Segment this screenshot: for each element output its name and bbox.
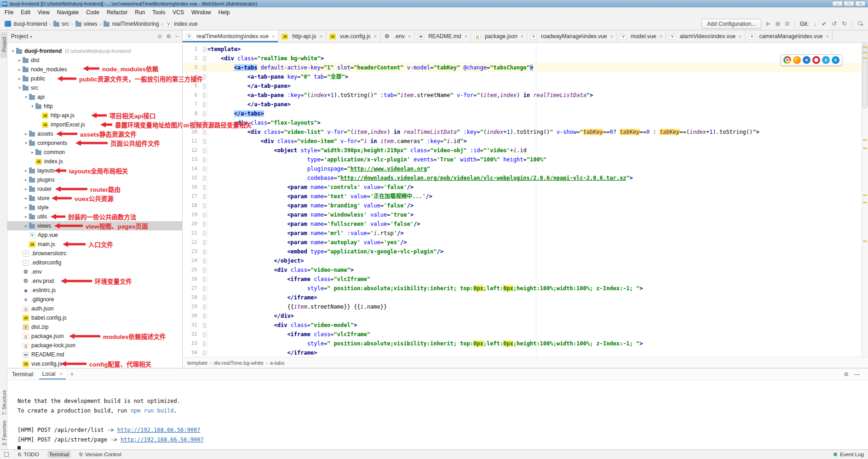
tree-item-plugins[interactable]: plugins bbox=[7, 175, 182, 184]
chevron-right-icon[interactable] bbox=[23, 196, 29, 201]
menu-item-vcs[interactable]: VCS bbox=[169, 8, 188, 17]
chevron-right-icon[interactable] bbox=[17, 67, 23, 72]
menu-item-edit[interactable]: Edit bbox=[17, 8, 34, 17]
close-icon[interactable] bbox=[374, 34, 377, 39]
tool-button-project[interactable]: Project bbox=[1, 37, 7, 52]
firefox-browser-icon[interactable] bbox=[793, 56, 801, 64]
editor-tab-model.vue[interactable]: Vmodel.vue bbox=[617, 30, 666, 42]
breadcrumb-item-index-vue[interactable]: Vindex.vue bbox=[165, 21, 197, 27]
chevron-right-icon[interactable] bbox=[23, 168, 29, 173]
editor-breadcrumb-item[interactable]: template bbox=[187, 360, 207, 366]
editor-tab-package.json[interactable]: {}package.json bbox=[471, 30, 527, 42]
tree-item-App.vue[interactable]: VApp.vue bbox=[7, 230, 182, 240]
scrollbar-thumb[interactable] bbox=[862, 44, 868, 108]
terminal-tab-local[interactable]: Local bbox=[39, 369, 66, 379]
minimize-button[interactable]: – bbox=[832, 1, 843, 6]
breadcrumb-item-src[interactable]: src bbox=[53, 21, 69, 27]
ie-browser-icon[interactable]: e bbox=[822, 56, 830, 64]
menu-item-refactor[interactable]: Refactor bbox=[103, 8, 131, 17]
code-area[interactable]: 1<template>2 <div class="realTime bg-whi… bbox=[183, 43, 862, 357]
chevron-right-icon[interactable] bbox=[17, 58, 23, 63]
tree-item-http-api.js[interactable]: JShttp-api.js bbox=[7, 111, 182, 120]
run-icon[interactable] bbox=[766, 22, 770, 26]
tree-item-store[interactable]: store bbox=[7, 194, 182, 203]
menu-item-code[interactable]: Code bbox=[82, 8, 103, 17]
terminal-output[interactable]: Note that the development build is not o… bbox=[7, 380, 868, 449]
hide-panel-icon[interactable] bbox=[854, 371, 860, 378]
close-icon[interactable] bbox=[464, 34, 467, 39]
add-configuration-button[interactable]: Add Configuration... bbox=[701, 19, 761, 29]
gear-icon[interactable] bbox=[844, 371, 849, 378]
status-item-todo[interactable]: 6: TODO bbox=[16, 451, 41, 458]
gear-icon[interactable] bbox=[166, 33, 171, 40]
chevron-down-icon[interactable] bbox=[23, 141, 29, 145]
menu-item-file[interactable]: File bbox=[1, 8, 17, 17]
chevron-right-icon[interactable] bbox=[23, 178, 29, 182]
tree-item-.gitignore[interactable]: ◆.gitignore bbox=[7, 295, 182, 304]
editor-tab-README.md[interactable]: MREADME.md bbox=[414, 30, 471, 42]
tree-item-node-modules[interactable]: node_modules bbox=[7, 65, 182, 74]
close-icon[interactable] bbox=[826, 34, 828, 39]
opera-browser-icon[interactable] bbox=[812, 56, 820, 64]
chevron-right-icon[interactable] bbox=[23, 187, 29, 191]
chevron-down-icon[interactable] bbox=[17, 86, 23, 90]
tree-item-main.js[interactable]: JSmain.js bbox=[7, 240, 182, 249]
breadcrumb-item-views[interactable]: views bbox=[75, 21, 98, 27]
edge-browser-icon[interactable]: e bbox=[832, 56, 839, 64]
tree-item-duoji-frontend[interactable]: duoji-frontendD:\zheheWeb\duoji-frontend bbox=[7, 46, 182, 56]
menu-item-view[interactable]: View bbox=[34, 8, 53, 17]
close-icon[interactable] bbox=[59, 371, 62, 377]
new-terminal-icon[interactable] bbox=[70, 371, 74, 378]
close-icon[interactable] bbox=[739, 34, 742, 39]
tree-item-babel.config.js[interactable]: JSbabel.config.js bbox=[7, 313, 182, 322]
tree-item-.browserslistrc[interactable]: ≡.browserslistrc bbox=[7, 249, 182, 258]
tree-item-package-lock.json[interactable]: {}package-lock.json bbox=[7, 341, 182, 350]
tree-item-.env[interactable]: ⚙.env bbox=[7, 267, 182, 276]
chevron-right-icon[interactable] bbox=[17, 76, 23, 81]
chevron-right-icon[interactable] bbox=[29, 150, 35, 155]
chevron-right-icon[interactable] bbox=[23, 224, 29, 228]
chevron-down-icon[interactable] bbox=[10, 49, 16, 53]
event-log-button[interactable]: Event Log bbox=[840, 452, 864, 457]
tree-item-dist.zip[interactable]: Zdist.zip bbox=[7, 322, 182, 332]
tree-item-dist[interactable]: dist bbox=[7, 56, 182, 65]
search-icon[interactable] bbox=[857, 21, 863, 27]
tree-item-vue.config.js[interactable]: JSvue.config.js bbox=[7, 359, 182, 368]
close-button[interactable]: × bbox=[855, 1, 866, 6]
tree-item-api[interactable]: api bbox=[7, 92, 182, 102]
tool-window-switcher-icon[interactable] bbox=[4, 452, 9, 457]
tree-item-http[interactable]: http bbox=[7, 102, 182, 111]
editor-tab-vue.config.js[interactable]: JSvue.config.js bbox=[326, 30, 380, 42]
editor-scrollbar[interactable] bbox=[862, 43, 868, 357]
tool-button-structure[interactable]: 7: Structure bbox=[1, 390, 7, 415]
close-icon[interactable] bbox=[659, 34, 662, 39]
chrome-browser-icon[interactable] bbox=[783, 56, 791, 64]
tree-item-package.json[interactable]: {}package.json bbox=[7, 332, 182, 341]
tree-item-.eslintrc.js[interactable]: ◆.eslintrc.js bbox=[7, 286, 182, 295]
tree-item-.env.prod[interactable]: ⚙.env.prod bbox=[7, 276, 182, 286]
menu-item-run[interactable]: Run bbox=[131, 8, 149, 17]
tree-item-auth.json[interactable]: {}auth.json bbox=[7, 304, 182, 313]
tree-item-README.md[interactable]: MREADME.md bbox=[7, 350, 182, 359]
tree-item-router[interactable]: router bbox=[7, 184, 182, 194]
tool-button-favorites[interactable]: 2: Favorites bbox=[1, 420, 7, 446]
editor-tab-.env[interactable]: ⚙.env bbox=[380, 30, 414, 42]
menu-item-tools[interactable]: Tools bbox=[149, 8, 169, 17]
menu-item-window[interactable]: Window bbox=[188, 8, 215, 17]
tree-item-views[interactable]: views bbox=[7, 221, 182, 230]
close-icon[interactable] bbox=[408, 34, 411, 39]
chevron-down-icon[interactable] bbox=[29, 104, 35, 109]
chevron-down-icon[interactable] bbox=[30, 33, 32, 40]
chevron-down-icon[interactable] bbox=[23, 95, 29, 99]
tree-item-importExcel.js[interactable]: JSimportExcel.js bbox=[7, 120, 182, 129]
close-icon[interactable] bbox=[610, 34, 613, 39]
locate-file-icon[interactable] bbox=[157, 33, 162, 40]
breadcrumb-item-realtimemonitoring[interactable]: realTimeMonitoring bbox=[103, 21, 159, 27]
git-update-icon[interactable]: ↓ bbox=[814, 21, 817, 27]
chevron-right-icon[interactable] bbox=[23, 205, 29, 210]
tree-item-components[interactable]: components bbox=[7, 138, 182, 148]
close-icon[interactable] bbox=[272, 34, 275, 39]
git-commit-icon[interactable]: ✔ bbox=[822, 21, 827, 27]
project-panel-title[interactable]: Project bbox=[11, 33, 28, 40]
menu-item-navigate[interactable]: Navigate bbox=[53, 8, 82, 17]
